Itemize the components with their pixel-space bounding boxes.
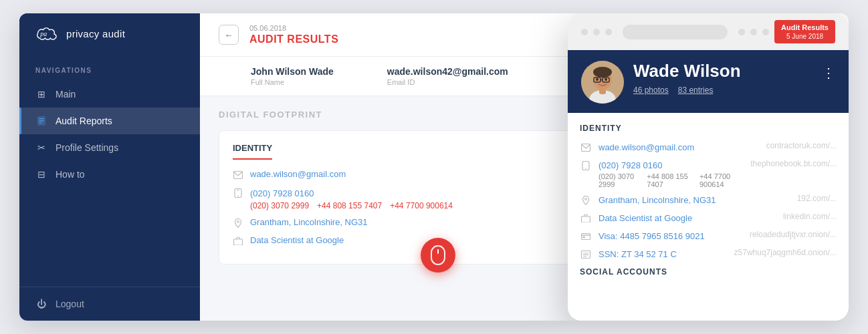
mobile-phones-extra: (020) 3070 2999 +44 808 155 7407 +44 770… — [599, 172, 744, 188]
sidebar: pa privacy audit NAVIGATIONS ⊞ Main — [19, 13, 200, 321]
profile-photos-link[interactable]: 46 photos — [633, 86, 669, 95]
logo-text: privacy audit — [66, 28, 125, 39]
sidebar-item-audit-label: Audit Reports — [56, 116, 112, 126]
sidebar-item-profile-label: Profile Settings — [56, 142, 118, 153]
mobile-dot-4 — [738, 29, 745, 35]
svg-text:pa: pa — [39, 30, 47, 37]
mobile-phone-link[interactable]: (020) 7928 0160 — [599, 160, 662, 170]
mobile-identity-row-visa: Visa: 4485 7965 8516 9021 reloadedudjtjv… — [580, 230, 837, 242]
mobile-identity-title: IDENTITY — [580, 124, 837, 133]
mobile-location-icon — [580, 194, 592, 206]
user-fullname-value: John Wilson Wade — [251, 66, 334, 77]
sidebar-item-main[interactable]: ⊞ Main — [19, 81, 200, 108]
mobile-email-link[interactable]: wade.wilson@gmail.com — [599, 142, 694, 152]
mobile-identity-row-location: Grantham, Lincolnshire, NG31 192.com/... — [580, 194, 837, 206]
mobile-ssn-link: SSN: ZT 34 52 71 C — [599, 249, 677, 259]
mobile-location-link[interactable]: Grantham, Lincolnshire, NG31 — [599, 195, 716, 205]
svg-rect-3 — [39, 120, 44, 122]
grid-icon: ⊞ — [35, 88, 47, 100]
mobile-phone-extra-2: +44 808 155 7407 — [647, 172, 693, 188]
mobile-job-data: Data Scientist at Google — [599, 212, 776, 224]
identity-email-link[interactable]: wade.wilson@gmail.com — [250, 169, 346, 179]
phone-extra-2: +44 808 155 7407 — [317, 201, 382, 210]
svg-point-23 — [585, 168, 586, 170]
svg-point-19 — [596, 78, 599, 81]
back-button[interactable]: ← — [219, 25, 239, 45]
profile-entries-link[interactable]: 83 entries — [678, 86, 714, 95]
mobile-dot-1 — [581, 29, 588, 35]
mobile-top-bar: Audit Results 5 June 2018 — [568, 13, 849, 50]
mobile-phone-extra-1: (020) 3070 2999 — [599, 172, 640, 188]
phone-extra-3: +44 7700 900614 — [390, 201, 453, 210]
svg-rect-26 — [582, 234, 590, 240]
mobile-audit-date: 5 June 2018 — [781, 32, 829, 41]
logout-label: Logout — [56, 299, 84, 309]
mobile-content: IDENTITY wade.wilson@gmail.com contracto… — [568, 113, 849, 321]
profile-stats: 46 photos 83 entries — [633, 86, 812, 95]
mobile-social-title: SOCIAL ACCOUNTS — [580, 267, 837, 277]
phone-extra-1: (020) 3070 2999 — [250, 201, 309, 210]
mobile-audit-badge: Audit Results 5 June 2018 — [774, 20, 835, 43]
mobile-identity-row-job: Data Scientist at Google linkedin.com/..… — [580, 212, 837, 224]
logout-icon: ⏻ — [35, 298, 47, 310]
scroll-indicator — [421, 238, 455, 273]
mobile-phone-extra-3: +44 7700 900614 — [699, 172, 744, 188]
audit-icon — [35, 115, 47, 127]
sidebar-item-how-to[interactable]: ⊟ How to — [19, 161, 200, 188]
identity-job-link[interactable]: Data Scientist at Google — [250, 235, 344, 245]
mobile-profile-header: Wade Wilson 46 photos 83 entries ⋮ — [568, 50, 849, 113]
logout-item[interactable]: ⏻ Logout — [35, 298, 184, 310]
mobile-email-icon — [580, 142, 592, 154]
settings-icon: ✂ — [35, 142, 47, 154]
mobile-dot-6 — [762, 29, 769, 35]
mobile-visa-source: reloadedudjtjvxr.onion/... — [750, 230, 837, 239]
nav-label: NAVIGATIONS — [19, 67, 200, 74]
user-fullname-label: Full Name — [251, 78, 334, 86]
mobile-identity-row-phone: (020) 7928 0160 (020) 3070 2999 +44 808 … — [580, 159, 837, 188]
svg-point-7 — [237, 196, 239, 197]
mobile-email-source: contractoruk.com/... — [766, 141, 837, 150]
profile-avatar — [581, 61, 624, 104]
email-icon — [233, 170, 243, 180]
user-email-label: Email ID — [387, 78, 508, 86]
profile-name: Wade Wilson — [633, 61, 812, 81]
user-email-field: wade.wilson42@gmail.com Email ID — [387, 66, 508, 86]
svg-rect-28 — [582, 236, 585, 238]
mobile-visa-link: Visa: 4485 7965 8516 9021 — [599, 231, 705, 241]
profile-name-section: Wade Wilson 46 photos 83 entries — [633, 61, 812, 95]
howto-icon: ⊟ — [35, 168, 47, 180]
mobile-location-data: Grantham, Lincolnshire, NG31 — [599, 194, 790, 206]
identity-phone-link[interactable]: (020) 7928 0160 — [250, 188, 314, 198]
phone-icon — [233, 188, 243, 198]
mobile-job-icon — [580, 212, 592, 224]
mobile-dot-5 — [750, 29, 757, 35]
mobile-ssn-icon — [580, 248, 592, 261]
sidebar-item-main-label: Main — [56, 89, 76, 100]
svg-rect-4 — [39, 122, 42, 124]
svg-point-9 — [237, 221, 239, 223]
mobile-dot-2 — [593, 29, 600, 35]
nav-section: NAVIGATIONS ⊞ Main Audit Reports ✂ — [19, 53, 200, 287]
mobile-overlay: Audit Results 5 June 2018 — [568, 13, 849, 321]
sidebar-item-profile-settings[interactable]: ✂ Profile Settings — [19, 134, 200, 161]
user-email-value: wade.wilson42@gmail.com — [387, 66, 508, 77]
svg-rect-10 — [234, 239, 243, 245]
mobile-dot-3 — [605, 29, 612, 35]
mobile-identity-row-email: wade.wilson@gmail.com contractoruk.com/.… — [580, 141, 837, 154]
mobile-phone-data: (020) 7928 0160 (020) 3070 2999 +44 808 … — [599, 159, 744, 188]
mobile-audit-title: Audit Results — [781, 23, 829, 31]
mobile-phone-icon — [580, 160, 592, 172]
mobile-job-link[interactable]: Data Scientist at Google — [599, 213, 692, 223]
mobile-phone-source: thephonebook.bt.com/... — [750, 159, 837, 168]
mobile-visa-icon — [580, 230, 592, 242]
mobile-more-button[interactable]: ⋮ — [822, 65, 835, 81]
svg-point-15 — [593, 67, 612, 77]
mobile-ssn-data: SSN: ZT 34 52 71 C — [599, 248, 728, 260]
sidebar-item-audit-reports[interactable]: Audit Reports — [19, 108, 200, 134]
user-fullname-field: John Wilson Wade Full Name — [251, 66, 334, 86]
mobile-visa-data: Visa: 4485 7965 8516 9021 — [599, 230, 743, 242]
mobile-identity-row-ssn: SSN: ZT 34 52 71 C z57whuq7jaqgmh6d.onio… — [580, 248, 837, 261]
svg-point-24 — [585, 198, 587, 200]
svg-point-20 — [605, 78, 607, 81]
identity-location-link[interactable]: Grantham, Lincolnshire, NG31 — [250, 217, 368, 227]
